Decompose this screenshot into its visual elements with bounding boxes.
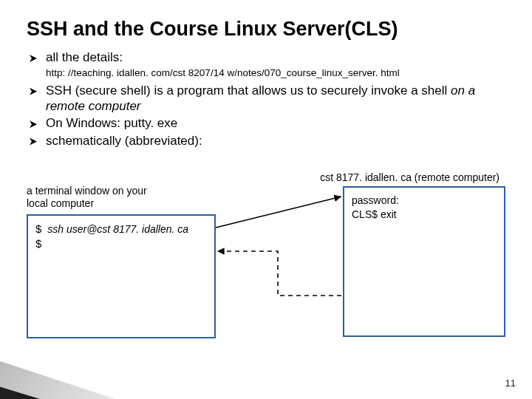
- svg-line-0: [216, 197, 341, 228]
- detail-url: http: //teaching. idallen. com/cst 8207/…: [46, 66, 505, 80]
- local-line-1: $ ssh user@cst 8177. idallen. ca: [35, 222, 207, 236]
- caption-local: a terminal window on your local computer: [27, 185, 167, 210]
- bullet-2: SSH (secure shell) is a program that all…: [30, 83, 505, 115]
- bullet-3: On Windows: putty. exe: [30, 115, 505, 131]
- bullet-2-text-a: SSH (secure shell) is a program that all…: [46, 83, 451, 98]
- remote-line-2: CLS$ exit: [352, 208, 497, 222]
- terminal-remote: password: CLS$ exit: [343, 186, 505, 337]
- bullet-4-text: schematically (abbreviated):: [46, 134, 202, 148]
- bullet-1-text: all the details:: [46, 50, 123, 64]
- bullet-1: all the details:: [30, 50, 505, 65]
- page-number: 11: [505, 378, 516, 389]
- bullet-4: schematically (abbreviated):: [30, 133, 505, 149]
- remote-line-1: password:: [352, 194, 497, 208]
- corner-decoration: [0, 338, 180, 399]
- caption-remote: cst 8177. idallen. ca (remote computer): [320, 171, 499, 183]
- bullet-3-text: On Windows: putty. exe: [46, 116, 177, 130]
- local-line-2: $: [35, 236, 207, 251]
- slide: SSH and the Course Linux Server(CLS) all…: [0, 0, 532, 399]
- terminal-local: $ ssh user@cst 8177. idallen. ca $: [27, 214, 216, 338]
- ssh-command: ssh user@cst 8177. idallen. ca: [47, 223, 188, 235]
- bullet-list-2: SSH (secure shell) is a program that all…: [30, 83, 505, 149]
- slide-title: SSH and the Course Linux Server(CLS): [27, 18, 505, 41]
- bullet-list: all the details:: [30, 50, 505, 65]
- diagram: a terminal window on your local computer…: [27, 185, 505, 214]
- prompt-icon: $: [35, 222, 41, 235]
- prompt-icon-2: $: [35, 237, 41, 250]
